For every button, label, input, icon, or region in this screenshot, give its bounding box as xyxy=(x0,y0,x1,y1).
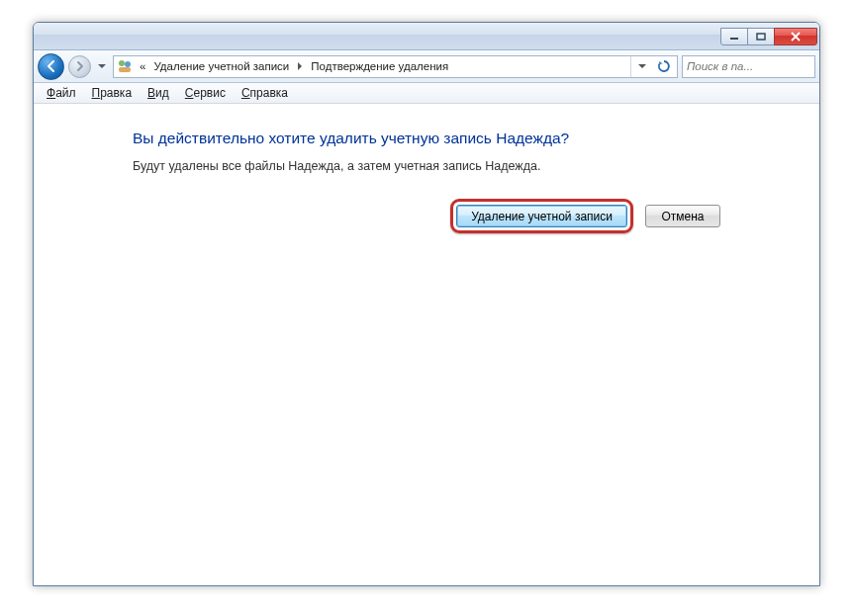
svg-rect-0 xyxy=(730,38,738,40)
menu-edit[interactable]: Правка xyxy=(85,85,140,101)
breadcrumb-separator-icon[interactable] xyxy=(293,56,307,77)
breadcrumb-segment-2[interactable]: Подтверждение удаления xyxy=(307,56,452,77)
breadcrumb-prefix[interactable]: « xyxy=(136,56,149,77)
cancel-button[interactable]: Отмена xyxy=(645,205,720,227)
menu-file[interactable]: Файл xyxy=(40,85,83,101)
breadcrumb-segment-1[interactable]: Удаление учетной записи xyxy=(149,56,293,77)
page-title: Вы действительно хотите удалить учетную … xyxy=(133,130,800,147)
content-area: Вы действительно хотите удалить учетную … xyxy=(34,104,819,253)
window: « Удаление учетной записи Подтверждение … xyxy=(33,22,820,586)
svg-rect-4 xyxy=(119,67,131,72)
menu-view[interactable]: Вид xyxy=(141,85,176,101)
refresh-button[interactable] xyxy=(653,56,675,77)
minimize-button[interactable] xyxy=(720,28,748,45)
svg-point-3 xyxy=(125,61,131,67)
maximize-button[interactable] xyxy=(747,28,775,45)
menu-tools[interactable]: Сервис xyxy=(178,85,233,101)
user-accounts-icon xyxy=(117,58,133,74)
menu-help[interactable]: Справка xyxy=(235,85,295,101)
menubar: Файл Правка Вид Сервис Справка xyxy=(34,83,819,104)
breadcrumb-right-controls xyxy=(630,56,675,77)
search-input[interactable] xyxy=(687,60,820,72)
button-row: Удаление учетной записи Отмена xyxy=(133,199,800,233)
titlebar xyxy=(34,23,819,50)
search-box[interactable] xyxy=(682,55,815,78)
close-button[interactable] xyxy=(774,28,817,45)
nav-back-button[interactable] xyxy=(38,53,64,80)
delete-account-button[interactable]: Удаление учетной записи xyxy=(456,205,627,227)
page-description: Будут удалены все файлы Надежда, а затем… xyxy=(133,159,800,173)
nav-forward-button[interactable] xyxy=(68,55,91,78)
window-controls xyxy=(721,28,817,45)
nav-history-dropdown[interactable] xyxy=(95,55,109,77)
navbar: « Удаление учетной записи Подтверждение … xyxy=(34,50,819,83)
highlight-ring: Удаление учетной записи xyxy=(450,199,633,233)
breadcrumb-dropdown-button[interactable] xyxy=(631,56,653,77)
svg-rect-1 xyxy=(757,34,765,40)
breadcrumb[interactable]: « Удаление учетной записи Подтверждение … xyxy=(113,55,678,78)
svg-point-2 xyxy=(119,60,125,66)
